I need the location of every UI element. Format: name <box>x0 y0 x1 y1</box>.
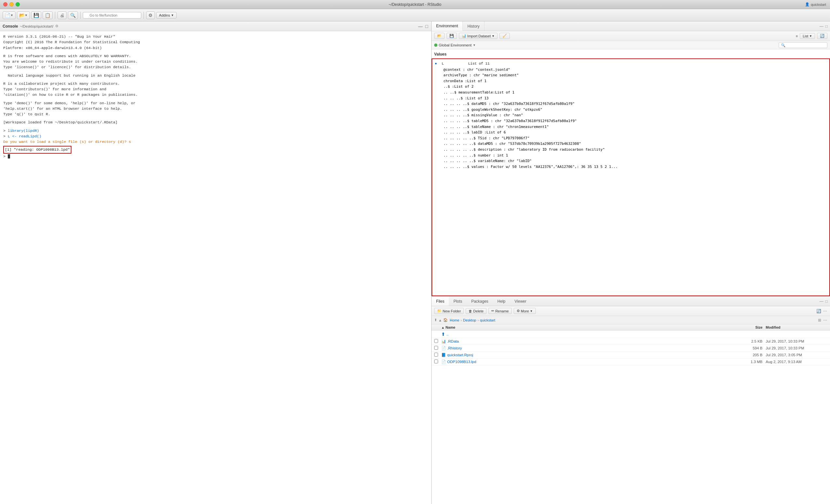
load-workspace-button[interactable]: 📂 <box>434 33 445 39</box>
clear-workspace-button[interactable]: 🧹 <box>500 33 510 39</box>
global-env-dot <box>434 43 438 47</box>
col-modified-header[interactable]: Modified <box>762 325 827 329</box>
file-row-rproj: 📘 quickstart.Rproj 205 B Jul 29, 2017, 3… <box>432 352 830 358</box>
console-quit: Type 'q()' to quit R. <box>3 112 428 117</box>
delete-button[interactable]: 🗑 Delete <box>466 308 486 314</box>
console-minimize-button[interactable]: — <box>418 24 423 29</box>
console-tab[interactable]: Console <box>3 24 18 29</box>
up-folder-icon: ⬆ <box>441 332 445 337</box>
user-info: 👤 quickstart <box>805 2 826 6</box>
list-view-button[interactable]: List ▼ <box>800 33 815 39</box>
console-settings-icon[interactable]: ⚙ <box>55 24 59 28</box>
tab-files[interactable]: Files <box>432 296 449 306</box>
tab-help[interactable]: Help <box>493 296 510 306</box>
delete-icon: 🗑 <box>469 309 472 313</box>
save-all-button[interactable]: 📋 <box>42 11 53 19</box>
print-button[interactable]: 🖨 <box>58 11 67 19</box>
file-row-lpd: 📄 ODP1098B13.lpd 1.3 MB Aug 2, 2017, 9:1… <box>432 358 830 365</box>
tab-history[interactable]: History <box>463 22 484 31</box>
console-startup-line-1: R version 3.3.1 (2016-06-21) -- "Bug in … <box>3 34 428 39</box>
breadcrumb-desktop[interactable]: Desktop <box>463 318 476 322</box>
env-var-icon: ● <box>435 61 437 67</box>
env-entry-15: .. .. .. .. ..$ number : int 1 <box>435 153 827 158</box>
rproj-name-cell[interactable]: 📘 quickstart.Rproj <box>441 353 724 357</box>
breadcrumb-options-button[interactable]: ⋯ <box>823 318 827 323</box>
more-icon: ⚙ <box>517 309 520 313</box>
up-folder-link[interactable]: ⬆ .. <box>441 332 724 337</box>
console-content[interactable]: R version 3.3.1 (2016-06-21) -- "Bug in … <box>0 31 431 504</box>
go-to-file-input[interactable] <box>83 12 141 19</box>
tab-environment[interactable]: Environment <box>432 22 463 31</box>
col-checkbox <box>434 325 441 329</box>
env-right-controls: ≡ List ▼ 🔄 <box>796 33 827 39</box>
env-entry-10: .. .. .. ..$ tableName : chr "chron1meas… <box>435 124 827 130</box>
rename-icon: ✏ <box>491 309 494 313</box>
files-right-controls: 🔄 ⋯ <box>816 309 827 314</box>
environment-panel: Environment History — □ 📂 💾 📊 Import Dat… <box>432 22 830 296</box>
rproj-checkbox[interactable] <box>434 353 438 356</box>
files-refresh-button[interactable]: 🔄 <box>816 309 822 314</box>
lpd-date: Aug 2, 2017, 9:13 AM <box>762 360 827 364</box>
tab-packages[interactable]: Packages <box>467 296 493 306</box>
new-file-button[interactable]: 📄 ▼ <box>3 11 15 19</box>
file-row-up[interactable]: ⬆ .. <box>432 330 830 338</box>
env-minimize-button[interactable]: — <box>819 24 824 29</box>
console-maximize-button[interactable]: □ <box>425 24 428 29</box>
col-size-header[interactable]: Size <box>724 325 762 329</box>
breadcrumb-view-button[interactable]: ⊞ <box>818 318 822 323</box>
table-icon: 📊 <box>462 34 466 38</box>
rhistory-name-cell[interactable]: 📄 .Rhistory <box>441 346 724 350</box>
maximize-button[interactable] <box>15 2 20 6</box>
rdata-checkbox[interactable] <box>434 339 438 343</box>
rhistory-file-icon: 📄 <box>441 346 446 350</box>
refresh-env-button[interactable]: 🔄 <box>817 33 827 39</box>
save-workspace-button[interactable]: 💾 <box>447 33 457 39</box>
find-button[interactable]: 🔍 <box>68 11 78 19</box>
breadcrumb-icon: ⬆ <box>434 318 437 322</box>
global-env-dropdown-icon[interactable]: ▼ <box>473 43 476 47</box>
tab-viewer[interactable]: Viewer <box>510 296 531 306</box>
env-search-input[interactable] <box>779 42 827 48</box>
env-entry-13: .. .. .. .. ..$ dataMD5 : chr "537db78c7… <box>435 141 827 147</box>
rename-button[interactable]: ✏ Rename <box>488 308 512 314</box>
lpd-checkbox[interactable] <box>434 359 438 364</box>
col-name-header[interactable]: ▲ Name <box>441 325 724 329</box>
list-dropdown-icon: ▼ <box>809 34 812 38</box>
rdata-file-icon: 📊 <box>441 339 446 344</box>
import-dataset-button[interactable]: 📊 Import Dataset ▼ <box>459 33 498 39</box>
env-maximize-button[interactable]: □ <box>825 24 828 29</box>
minimize-button[interactable] <box>9 2 13 6</box>
env-var-row: ● L List of 11 <box>435 61 827 67</box>
files-maximize-button[interactable]: □ <box>825 299 828 304</box>
env-content[interactable]: ● L List of 11 @context : chr "context.j… <box>432 59 830 296</box>
tab-plots[interactable]: Plots <box>449 296 467 306</box>
addins-button[interactable]: Addins ▼ <box>156 12 177 19</box>
close-button[interactable] <box>3 2 7 6</box>
values-header: Values <box>434 51 827 58</box>
lpd-name-cell[interactable]: 📄 ODP1098B13.lpd <box>441 359 724 364</box>
files-minimize-button[interactable]: — <box>819 299 824 304</box>
breadcrumb-quickstart[interactable]: quickstart <box>480 318 495 322</box>
env-entry-2: chronData :List of 1 <box>435 78 827 84</box>
more-button[interactable]: ⚙ More ▼ <box>514 308 536 314</box>
breadcrumb-sep-2: › <box>477 318 479 322</box>
breadcrumb-right: ⊞ ⋯ <box>818 318 827 323</box>
new-folder-button[interactable]: 📁 New Folder <box>434 308 464 314</box>
save-button[interactable]: 💾 <box>31 11 41 19</box>
rdata-name-cell[interactable]: 📊 .RData <box>441 339 724 344</box>
console-panel-header: Console ~/Desktop/quickstart/ ⚙ — □ <box>0 22 431 31</box>
rhistory-size: 594 B <box>724 346 762 350</box>
rhistory-checkbox-cell <box>434 346 441 350</box>
rproj-size: 205 B <box>724 353 762 357</box>
lpd-file-icon: 📄 <box>441 359 446 364</box>
breadcrumb-home[interactable]: Home <box>450 318 459 322</box>
main-toolbar: 📄 ▼ 📂 ▼ 💾 📋 🖨 🔍 ▶ ⚙ Addins ▼ <box>0 9 830 22</box>
global-env-label[interactable]: Global Environment <box>439 43 472 47</box>
files-more-options-button[interactable]: ⋯ <box>823 309 827 314</box>
open-file-button[interactable]: 📂 ▼ <box>17 11 30 19</box>
rhistory-date: Jul 29, 2017, 10:33 PM <box>762 346 827 350</box>
rhistory-checkbox[interactable] <box>434 346 438 350</box>
console-controls: — □ <box>418 24 428 29</box>
files-toolbar: 📁 New Folder 🗑 Delete ✏ Rename ⚙ More ▼ <box>432 306 830 316</box>
tools-button[interactable]: ⚙ <box>146 11 155 19</box>
